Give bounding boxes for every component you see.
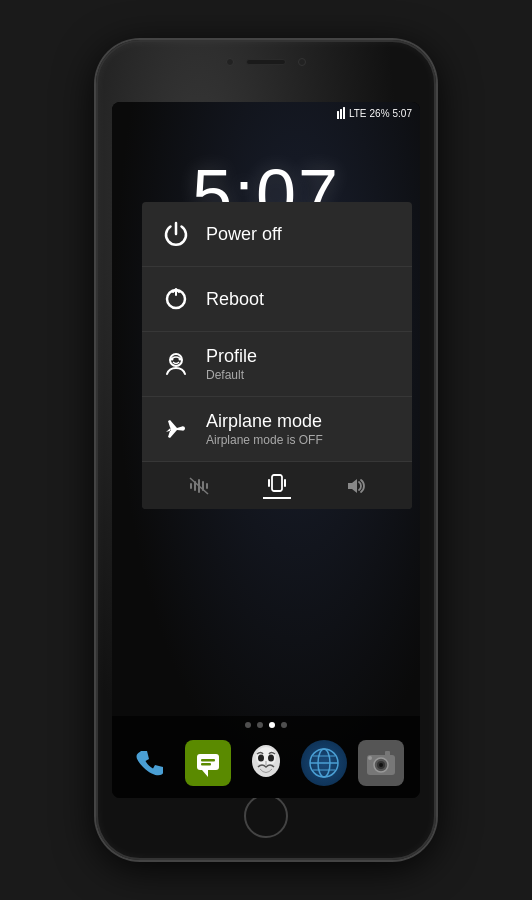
svg-point-15	[258, 755, 264, 762]
airplane-icon	[158, 411, 194, 447]
reboot-item[interactable]: Reboot	[142, 267, 412, 332]
airplane-mode-label: Airplane mode	[206, 411, 323, 432]
airplane-mode-sublabel: Airplane mode is OFF	[206, 433, 323, 447]
dock-area	[112, 716, 420, 798]
svg-point-27	[368, 756, 372, 760]
globe-app-icon[interactable]	[301, 740, 347, 786]
profile-label: Profile	[206, 346, 257, 367]
vibrate-icon[interactable]	[188, 475, 210, 497]
profile-item[interactable]: Profile Default	[142, 332, 412, 397]
lte-badge: LTE	[349, 108, 367, 119]
earpiece-speaker	[246, 59, 286, 65]
sms-app-icon[interactable]	[185, 740, 231, 786]
profile-text: Profile Default	[206, 346, 257, 382]
dot-2	[257, 722, 263, 728]
profile-icon	[158, 346, 194, 382]
airplane-mode-item[interactable]: Airplane mode Airplane mode is OFF	[142, 397, 412, 462]
top-hardware	[226, 58, 306, 66]
svg-marker-10	[202, 770, 208, 777]
phone-screen: LTE 26% 5:07 5:07	[112, 102, 420, 798]
svg-rect-26	[385, 751, 390, 756]
svg-point-5	[171, 358, 174, 361]
screen-content: LTE 26% 5:07 5:07	[112, 102, 420, 798]
dot-3-active	[269, 722, 275, 728]
svg-point-6	[179, 358, 182, 361]
power-off-text: Power off	[206, 224, 282, 245]
status-icons: LTE 26% 5:07	[336, 107, 412, 119]
dock-icons-row	[112, 732, 420, 798]
front-camera	[226, 58, 234, 66]
power-icon	[158, 216, 194, 252]
active-indicator	[263, 497, 291, 499]
power-off-label: Power off	[206, 224, 282, 245]
phone-frame: LTE 26% 5:07 5:07	[96, 40, 436, 860]
ringer-bar	[142, 462, 412, 509]
volume-icon[interactable]	[344, 475, 366, 497]
svg-point-25	[379, 763, 383, 767]
status-bar: LTE 26% 5:07	[112, 102, 420, 124]
sensor	[298, 58, 306, 66]
page-indicator	[112, 716, 420, 732]
airplane-mode-text: Airplane mode Airplane mode is OFF	[206, 411, 323, 447]
reboot-text: Reboot	[206, 289, 264, 310]
power-menu: Power off Reboot	[142, 202, 412, 509]
svg-rect-2	[343, 107, 345, 119]
svg-rect-1	[340, 109, 342, 119]
svg-rect-0	[337, 111, 339, 119]
status-time: 5:07	[393, 108, 412, 119]
svg-rect-11	[201, 759, 215, 762]
svg-rect-8	[272, 475, 282, 491]
battery-percent: 26%	[370, 108, 390, 119]
phone-vibrate-icon[interactable]	[263, 472, 291, 499]
dot-4	[281, 722, 287, 728]
dot-1	[245, 722, 251, 728]
svg-point-16	[268, 755, 274, 762]
anon-app-icon[interactable]	[243, 740, 289, 786]
svg-rect-12	[201, 763, 211, 766]
home-button[interactable]	[244, 794, 288, 838]
svg-rect-9	[197, 754, 219, 770]
reboot-icon	[158, 281, 194, 317]
camera-app-icon[interactable]	[358, 740, 404, 786]
power-off-item[interactable]: Power off	[142, 202, 412, 267]
phone-app-icon[interactable]	[128, 740, 174, 786]
profile-sublabel: Default	[206, 368, 257, 382]
reboot-label: Reboot	[206, 289, 264, 310]
signal-icon	[336, 107, 346, 119]
